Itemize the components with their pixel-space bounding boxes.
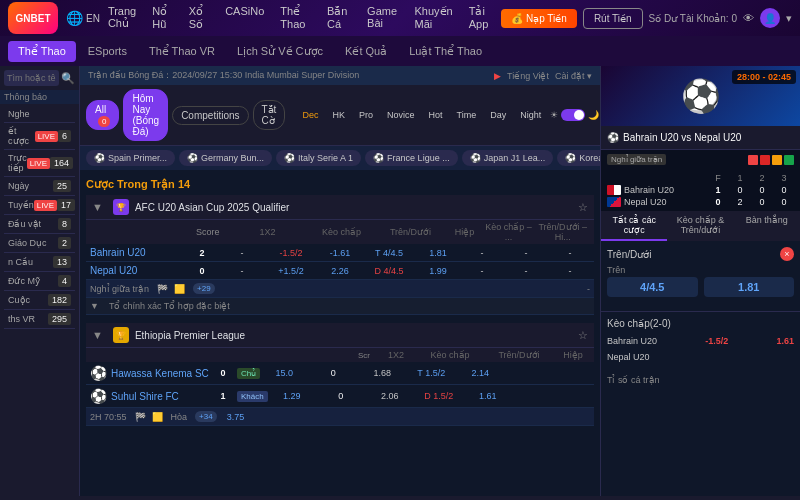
- more-bets-badge2[interactable]: +34: [195, 411, 217, 422]
- nav-banca[interactable]: Bắn Cá: [327, 5, 351, 31]
- collapse-icon[interactable]: ▼: [92, 201, 103, 213]
- star-icon-eth[interactable]: ☆: [578, 329, 588, 342]
- nav-gamebai[interactable]: Game Bài: [367, 5, 398, 31]
- tren-cell: Trên 4/4.5: [607, 265, 698, 297]
- odds-handicap-nepal[interactable]: 2.26: [320, 266, 360, 276]
- league-chip-france[interactable]: ⚽ France Ligue ...: [365, 150, 458, 166]
- league-chip-spain[interactable]: ⚽ Spain Primer...: [86, 150, 175, 166]
- eye-icon[interactable]: 👁: [743, 12, 754, 24]
- avatar-icon[interactable]: 👤: [760, 8, 780, 28]
- star-icon[interactable]: ☆: [578, 201, 588, 214]
- nav-casino[interactable]: CASiNo: [225, 5, 264, 31]
- filter-hk[interactable]: HK: [327, 108, 350, 122]
- odds-ou-nepal[interactable]: 1.99: [418, 266, 458, 276]
- bahrain-flag: [607, 185, 621, 195]
- filter-hot[interactable]: Hot: [423, 108, 447, 122]
- league-filters: ⚽ Spain Primer... ⚽ Germany Bun... ⚽ Ita…: [80, 146, 600, 170]
- filter-pro[interactable]: Pro: [354, 108, 378, 122]
- withdraw-button[interactable]: Rút Tiền: [583, 8, 643, 29]
- col-headers-2: Scr 1X2 Kèo chấp Trên/Dưới Hiệp: [86, 348, 594, 362]
- handicap-bahrain[interactable]: -1.5/2: [266, 248, 316, 258]
- subnav-thethaovr[interactable]: Thể Thao VR: [139, 41, 225, 62]
- ou-hawassa[interactable]: T 1.5/2: [406, 368, 456, 378]
- close-ou-button[interactable]: ×: [780, 247, 794, 261]
- team-bahrain[interactable]: Bahrain U20: [90, 247, 190, 258]
- odds-ou-suhul[interactable]: 1.61: [468, 391, 508, 401]
- subnav-esports[interactable]: ESports: [78, 41, 137, 61]
- ou-suhul[interactable]: D 1.5/2: [414, 391, 464, 401]
- nav-nohu[interactable]: Nổ Hũ: [152, 5, 173, 31]
- filter-day[interactable]: Day: [485, 108, 511, 122]
- odds-ou-bahrain[interactable]: 1.81: [418, 248, 458, 258]
- league-chip-japan[interactable]: ⚽ Japan J1 Lea...: [462, 150, 554, 166]
- handicap-hawassa[interactable]: 0: [308, 368, 358, 378]
- team-suhul[interactable]: Suhul Shire FC: [111, 391, 211, 402]
- tren-odds-box[interactable]: 4/4.5: [607, 277, 698, 297]
- league-chip-germany[interactable]: ⚽ Germany Bun...: [179, 150, 272, 166]
- league-chip-korea[interactable]: ⚽ Korea K Leag...: [557, 150, 600, 166]
- search-icon[interactable]: 🔍: [61, 72, 75, 85]
- odds-1x2-t1[interactable]: -: [222, 248, 262, 258]
- collapse-icon-eth[interactable]: ▼: [92, 329, 103, 341]
- sidebar-item-ketcuoc[interactable]: ết cược LIVE 6: [4, 123, 75, 150]
- sidebar-item-nghe[interactable]: Nghe: [4, 106, 75, 123]
- team2-row: Nepal U20: [607, 197, 706, 207]
- language-selector[interactable]: 🌐 EN: [66, 10, 100, 26]
- ou-bahrain[interactable]: T 4/4.5: [364, 248, 414, 258]
- right-tab-banthang[interactable]: Bàn thắng: [734, 211, 800, 241]
- more-bets-badge[interactable]: +29: [193, 283, 215, 294]
- nav-trangchu[interactable]: Trang Chủ: [108, 5, 136, 31]
- day-night-toggle[interactable]: ☀ 🌙: [550, 109, 599, 121]
- nav-khuyenmai[interactable]: Khuyến Mãi: [415, 5, 453, 31]
- sidebar-item-live164[interactable]: Trực tiếp LIVE 164: [4, 150, 75, 177]
- right-tab-keo[interactable]: Kèo chấp & Trên/dưới: [667, 211, 733, 241]
- nav-tailapp[interactable]: Tải App: [469, 5, 494, 31]
- handicap-nepal[interactable]: +1.5/2: [266, 266, 316, 276]
- tab-all[interactable]: All 0: [86, 100, 119, 130]
- deposit-button[interactable]: 💰 Nạp Tiền: [501, 9, 577, 28]
- sidebar-item-ngay[interactable]: Ngày 25: [4, 177, 75, 196]
- filter-dec[interactable]: Dec: [297, 108, 323, 122]
- soccer-ball-icon: ⚽: [607, 132, 619, 143]
- odds-suhul[interactable]: 1.29: [272, 391, 312, 401]
- right-tab-all[interactable]: Tất cả các cược: [601, 211, 667, 241]
- sidebar-item-tuyen[interactable]: Tuyền LIVE 17: [4, 196, 75, 215]
- sidebar-item-vr[interactable]: ths VR 295: [4, 310, 75, 329]
- filter-novice[interactable]: Novice: [382, 108, 420, 122]
- ou-nepal[interactable]: D 4/4.5: [364, 266, 414, 276]
- tab-off[interactable]: Tắt Cờ: [253, 100, 286, 130]
- odds-h-hawassa[interactable]: 1.68: [362, 368, 402, 378]
- nav-thethao[interactable]: Thể Thao: [280, 5, 311, 31]
- subnav-lichsu[interactable]: Lịch Sử Về Cược: [227, 41, 333, 62]
- subnav-thethao[interactable]: Thể Thao: [8, 41, 76, 62]
- collapse-icon2[interactable]: ▼: [90, 301, 99, 311]
- filter-night[interactable]: Night: [515, 108, 546, 122]
- chevron-down-icon[interactable]: ▾: [786, 12, 792, 25]
- odds-h-suhul[interactable]: 2.06: [370, 391, 410, 401]
- odds-1x2-t2[interactable]: -: [222, 266, 262, 276]
- subnav-ketqua[interactable]: Kết Quả: [335, 41, 397, 62]
- tab-today[interactable]: Hôm Nay (Bóng Đá): [123, 89, 168, 141]
- search-input[interactable]: [4, 70, 59, 86]
- corner-icon: 🏁: [157, 284, 168, 294]
- team-nepal[interactable]: Nepal U20: [90, 265, 190, 276]
- nav-xoso[interactable]: Xổ Số: [189, 5, 209, 31]
- sidebar-item-ancau[interactable]: n Cầu 13: [4, 253, 75, 272]
- filter-time[interactable]: Time: [451, 108, 481, 122]
- sidebar-item-ducmy[interactable]: Đức Mỹ 4: [4, 272, 75, 291]
- keo2-bahrain: -: [506, 248, 546, 258]
- sidebar-search-bar: 🔍: [0, 66, 79, 90]
- sidebar-item-giaoduc[interactable]: Giáo Dục 2: [4, 234, 75, 253]
- tab-competitions[interactable]: Competitions: [172, 106, 248, 125]
- subnav-luat[interactable]: Luật Thể Thao: [399, 41, 492, 62]
- tren-value-box[interactable]: 1.81: [704, 277, 795, 297]
- team-hawassa[interactable]: Hawassa Kenema SC: [111, 368, 211, 379]
- sidebar-item-dauvo[interactable]: Đầu vật 8: [4, 215, 75, 234]
- league-chip-italy[interactable]: ⚽ Italy Serie A 1: [276, 150, 361, 166]
- odds-ou-hawassa[interactable]: 2.14: [460, 368, 500, 378]
- score-nepal: 0: [194, 266, 210, 276]
- handicap-suhul[interactable]: 0: [316, 391, 366, 401]
- sidebar-item-cuoc[interactable]: Cuộc 182: [4, 291, 75, 310]
- odds-hawassa[interactable]: 15.0: [264, 368, 304, 378]
- odds-handicap-bahrain[interactable]: -1.61: [320, 248, 360, 258]
